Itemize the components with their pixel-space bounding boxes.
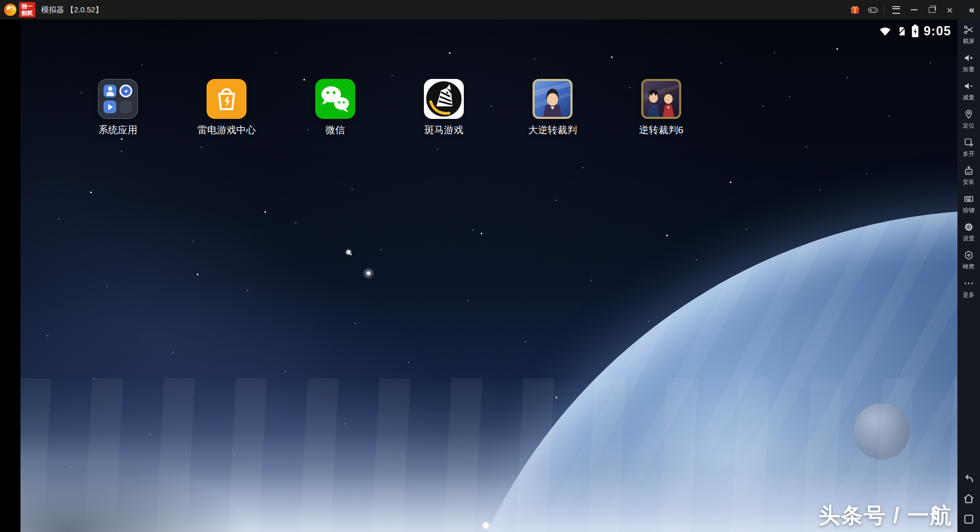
sidebar-item-label: 减量: [963, 93, 975, 101]
home-button[interactable]: [962, 492, 975, 505]
page-indicator-dot: [483, 522, 489, 528]
wifi-icon: [879, 26, 892, 36]
sidebar-item-label: 按键: [963, 206, 975, 214]
bright-star: [362, 267, 375, 279]
mini-clock-icon: [119, 85, 132, 97]
gift-icon: [849, 4, 861, 15]
sidebar-item-settings[interactable]: 设置: [957, 221, 980, 249]
more-dots-icon: [963, 277, 974, 290]
sidebar-item-label: 安装: [963, 178, 975, 186]
window-title: 模拟器 【2.0.52】: [41, 5, 103, 15]
titlebar-controls: ×: [848, 0, 956, 19]
wechat-icon: [315, 79, 355, 119]
titlebar-divider: [884, 6, 885, 14]
multi-instance-icon: [963, 136, 974, 149]
sidebar-item-label: 设置: [963, 234, 975, 242]
gift-button[interactable]: [848, 3, 862, 16]
app-gyakuten-saiban-6[interactable]: 逆转裁判6: [607, 79, 716, 137]
close-button[interactable]: ×: [943, 3, 956, 16]
watermark-text: 头条号 / 一航: [819, 501, 952, 530]
location-pin-icon: [963, 108, 974, 120]
keyboard-icon: [963, 193, 974, 205]
minimize-button[interactable]: [907, 3, 921, 16]
sidebar-item-multi-instance[interactable]: 多开: [957, 136, 980, 165]
gamepad-button[interactable]: [866, 3, 880, 16]
wallpaper[interactable]: 9:05 系统应用: [21, 19, 957, 532]
sidebar-item-volume-down[interactable]: 减量: [957, 80, 980, 108]
recents-icon: [962, 513, 975, 526]
sidebar-item-keymapping[interactable]: 按键: [957, 193, 980, 221]
sidebar-item-location[interactable]: 定位: [957, 108, 980, 136]
app-wechat[interactable]: 微信: [281, 79, 390, 137]
sidebar-item-screenshot[interactable]: 截屏: [957, 24, 980, 52]
no-sim-icon: [896, 26, 907, 36]
apk-install-icon: apk: [963, 165, 974, 177]
sidebar-item-label: 截屏: [963, 37, 975, 45]
android-nav-buttons: [962, 472, 975, 532]
app-label: 斑马游戏: [424, 124, 463, 137]
stars-layer-bright: [21, 19, 22, 21]
sidebar-item-label: 定位: [963, 121, 975, 130]
restore-icon: [929, 7, 935, 13]
app-label: 逆转裁判6: [639, 124, 684, 137]
restore-button[interactable]: [925, 3, 938, 16]
seal-badge: 独一舰航: [19, 2, 35, 17]
volume-up-icon: [963, 52, 974, 64]
sidebar-item-label: 多开: [963, 150, 975, 158]
app-label: 微信: [325, 124, 345, 137]
sidebar-item-label: 加量: [963, 65, 975, 73]
app-grid: 系统应用 雷电游戏中心: [64, 79, 716, 137]
emulator-window: 独一舰航 模拟器 【2.0.52】: [0, 0, 980, 532]
sidebar-item-install-apk[interactable]: apk 安装: [957, 165, 980, 193]
mini-gallery-icon: [104, 100, 116, 113]
home-icon: [962, 492, 975, 505]
toolbar-sidebar: 截屏 加量 减量 定位 多开: [957, 19, 980, 532]
app-system-apps[interactable]: 系统应用: [64, 79, 172, 137]
mini-contacts-icon: [104, 85, 116, 97]
battery-charging-icon: [911, 25, 919, 37]
mini-empty-slot: [119, 100, 132, 113]
sidebar-item-more[interactable]: 更多: [957, 277, 980, 305]
dai-gyakuten-saiban-icon: [533, 79, 573, 119]
app-label: 系统应用: [98, 124, 137, 137]
sidebar-item-volume-up[interactable]: 加量: [957, 52, 980, 80]
app-label: 大逆转裁判: [528, 124, 577, 137]
gyakuten-saiban-6-icon: [641, 79, 681, 119]
system-apps-folder-icon: [98, 79, 138, 119]
app-logo-icon: [4, 4, 16, 16]
honeycomb-icon: [963, 249, 974, 261]
ld-game-center-icon: [207, 79, 247, 119]
gamepad-icon: [867, 4, 879, 15]
titlebar: 独一舰航 模拟器 【2.0.52】: [0, 0, 980, 19]
scissors-icon: [963, 24, 974, 36]
clock-time: 9:05: [924, 24, 951, 38]
minimize-icon: [911, 9, 917, 10]
zebra-games-icon: [424, 79, 464, 119]
back-button[interactable]: [962, 472, 975, 485]
sidebar-item-label: 蜂窝: [963, 262, 975, 271]
back-icon: [962, 472, 975, 485]
android-status-bar: 9:05: [879, 24, 951, 38]
bright-star: [345, 249, 352, 256]
volume-down-icon: [963, 80, 974, 92]
gear-icon: [963, 221, 974, 233]
svg-text:apk: apk: [967, 171, 971, 174]
android-screen: 9:05 系统应用: [0, 19, 957, 532]
app-zebra-games[interactable]: 斑马游戏: [390, 79, 498, 137]
app-dai-gyakuten-saiban[interactable]: 大逆转裁判: [498, 79, 607, 137]
titlebar-left: 独一舰航 模拟器 【2.0.52】: [0, 2, 103, 17]
sidebar-item-label: 更多: [963, 291, 975, 299]
sidebar-collapse-button[interactable]: «: [969, 0, 974, 19]
menu-button[interactable]: [889, 3, 903, 16]
recents-button[interactable]: [962, 513, 975, 526]
app-label: 雷电游戏中心: [197, 124, 256, 137]
app-ld-game-center[interactable]: 雷电游戏中心: [172, 79, 281, 137]
atmosphere-haze: [21, 378, 957, 532]
hamburger-icon: [892, 6, 900, 14]
sidebar-item-honeycomb[interactable]: 蜂窝: [957, 249, 980, 277]
